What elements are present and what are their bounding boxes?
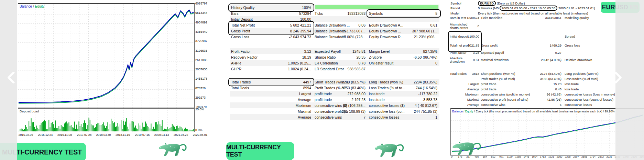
- backtest-reports-carousel: Balance / Equity 60937975514344493489243…: [0, 0, 644, 160]
- cell-value: -2 643 974.73: [256, 34, 311, 40]
- x-axis-tick: 1446: [522, 155, 531, 158]
- y-axis-tick: 2617083: [195, 58, 207, 62]
- x-axis-tick: 1921: [547, 155, 556, 158]
- deposit-load-chart: Deposit Load: [18, 108, 195, 132]
- x-axis-tick: 1129: [505, 155, 514, 158]
- balance-curve-svg: [18, 4, 194, 108]
- cell-value: 1245.81: [333, 48, 365, 54]
- cell-value: 20.42 (4.00%): [513, 56, 561, 64]
- deposit-load-bars-svg: [18, 109, 194, 132]
- cell-value: 18.19: [256, 54, 311, 60]
- table-row: Initial deposit100.00Spread: [448, 32, 644, 41]
- cell-value: 0.46: [513, 87, 561, 92]
- table-row: Largestprofit trade272 988.00loss trade-…: [230, 91, 439, 97]
- legend-equity: Equity: [35, 4, 44, 8]
- cell-value: 3.28: [457, 50, 479, 56]
- table-row: Bars573294Ticks183212083Symbols5: [230, 10, 439, 16]
- cell-value: 8994: [256, 85, 311, 91]
- cell-value: 0: [391, 60, 437, 66]
- y-axis-tick: 878726: [195, 87, 206, 90]
- cell-value: 4497: [256, 79, 311, 85]
- tiger-mascot: [451, 137, 482, 157]
- cell-value: 938 565.87: [333, 66, 365, 72]
- table-row: Averageprofit trade2 197.28loss trade-3 …: [230, 97, 439, 102]
- x-axis-tick: 1288: [514, 155, 523, 158]
- y-axis-tick: 4934892: [195, 21, 207, 24]
- y-axis-tick: 6093797: [195, 2, 207, 5]
- cell-value: -244 751.85 (3): [391, 108, 437, 114]
- table-row: Bars in test1330674Ticks modelled3441930…: [448, 16, 644, 20]
- table-row: Recovery Factor18.19Sharpe Ratio20.35Z-S…: [230, 54, 439, 60]
- y-axis-tick: 2037630: [195, 68, 207, 71]
- cell-value: 2294 (83.35%): [391, 79, 437, 85]
- cell-value: 1: [391, 114, 437, 120]
- x-axis-tick: 1763: [538, 155, 547, 158]
- cell-value: 17.06% (728...: [333, 34, 365, 40]
- cell-value: 53 (106 255...: [333, 102, 365, 108]
- cell-value: 100.00: [256, 16, 311, 22]
- cell-value: 253 733.60 (...: [333, 28, 365, 34]
- cell-value: 0.78: [333, 60, 365, 66]
- cell-value: 20.35: [333, 54, 365, 60]
- cell-value: 6: [513, 102, 561, 108]
- cell-value: 183212083: [333, 10, 365, 16]
- cell-value: Average: [457, 102, 479, 108]
- x-axis-tick: 2080: [555, 155, 564, 158]
- x-axis-date-labels: 2015.02.062015.12.242016.11.082017.07.28…: [18, 133, 210, 137]
- cell-value: Maximal: [256, 108, 311, 114]
- cell-value: 8 246 395.94: [256, 28, 311, 34]
- table-row: Maximumconsecutive wins (profit in money…: [448, 92, 644, 97]
- table-row: Averageconsecutive wins7consecutive loss…: [230, 114, 439, 120]
- table-row: AHPR1.0025 (0.25...LR Correlation0.78OnT…: [230, 60, 439, 66]
- balance-equity-chart: Balance / Equity: [18, 3, 195, 108]
- deposit-load-min: 0.0%: [195, 128, 203, 132]
- mt5-stats-table: History Quality100%Bars573294Ticks183212…: [230, 0, 439, 124]
- x-axis-tick: 812: [489, 155, 498, 158]
- x-axis-tick: 2397: [571, 155, 580, 158]
- table-row: Gross Loss-2 643 974.73Balance Drawdown …: [230, 34, 439, 40]
- table-row: Maximumconsecutive wins ($)53 (106 255..…: [230, 102, 439, 108]
- cell-value: 1469.29: [513, 41, 561, 50]
- cell-value: 3.12: [256, 48, 311, 54]
- report-chart-legend: Balance / Equity / Every tick (the most …: [452, 110, 643, 113]
- x-axis-tick: 971: [497, 155, 506, 158]
- cell-value: 100.00: [457, 32, 479, 41]
- table-row: Total net profit1021.83Gross profit1469.…: [448, 41, 644, 50]
- cell-value: 272 988.00: [333, 91, 365, 97]
- table-row: Total Deals8994Profit Trades (% of t...3…: [230, 85, 439, 91]
- tiger-mascot: [157, 139, 188, 158]
- cell-value: 1330674: [457, 16, 479, 20]
- cell-value: 1.0024 (0.24...: [256, 66, 311, 72]
- cell-value: 3186 (83.45%): [513, 77, 561, 82]
- cell-value: Largest: [457, 82, 479, 87]
- cell-value: Maximal: [457, 97, 479, 102]
- table-row: Total Trades4497Short Trades (won %)2203…: [230, 79, 439, 85]
- table-row: Maximalconsecutive profit (...295 108.99…: [230, 108, 439, 114]
- mt4-stats-table: Bars in test1330674Ticks modelled3441930…: [448, 0, 644, 110]
- table-row: Initial Deposit100.00: [230, 16, 439, 22]
- cell-value: 827.35%: [391, 48, 437, 54]
- cell-value: -6.50 (99.74%): [391, 54, 437, 60]
- y-axis-tick: 3775987: [195, 39, 207, 43]
- cell-value: 1021.83: [457, 41, 479, 50]
- x-axis-tick: 2872: [597, 155, 605, 158]
- cell-value: 3818: [457, 71, 479, 77]
- legend-balance: Balance: [20, 4, 32, 8]
- x-axis-tick: 2238: [563, 155, 572, 158]
- cell-value: 0.61: [457, 56, 479, 64]
- table-row: Profit factor3.28Expected payoff0.27: [448, 50, 644, 56]
- cell-value: Maximum: [256, 102, 311, 108]
- cell-value: 295 108.99 (3): [333, 108, 365, 114]
- x-axis-tick: 3031: [605, 155, 614, 158]
- y-axis-tick: 1458178: [195, 77, 207, 80]
- cell-value: 21.23% (906...: [391, 34, 437, 40]
- cell-value: 0.61: [391, 22, 437, 28]
- cell-value: Largest: [256, 91, 311, 97]
- cell-value: 42.86 (96): [513, 97, 561, 102]
- cell-value: 7: [333, 114, 365, 120]
- y-axis-tick: 5514344: [195, 11, 207, 14]
- table-row: Averageprofit trade0.46loss trade: [448, 87, 644, 92]
- cell-value: 744 (16.54%): [391, 85, 437, 91]
- cell-value: 573294: [256, 10, 311, 16]
- x-axis-tick: 2022.04.01: [188, 133, 212, 137]
